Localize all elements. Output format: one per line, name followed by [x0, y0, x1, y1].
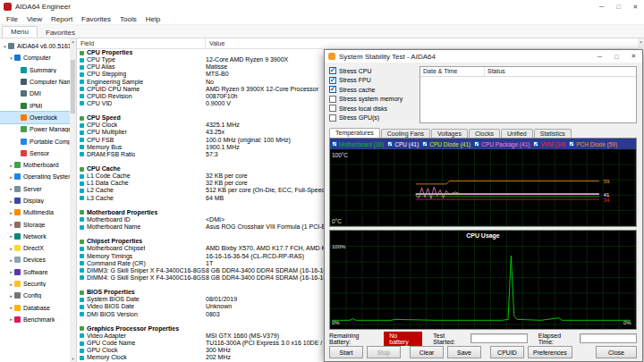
sidebar-item-storage[interactable]: ▸Storage	[0, 218, 76, 230]
scroll-up-icon[interactable]: ▲	[72, 39, 75, 44]
field-icon	[80, 87, 84, 91]
checkbox-checked-icon[interactable]	[422, 141, 428, 147]
legend-item-pch-diode-59[interactable]: PCH Diode (59)	[569, 141, 617, 147]
checkbox-unchecked-icon[interactable]	[329, 96, 336, 103]
button-cpuid[interactable]: CPUID	[490, 346, 524, 358]
tab-menu[interactable]: Menu	[2, 26, 38, 38]
sidebar-item-devices[interactable]: ▸Devices	[0, 254, 76, 265]
checkbox-checked-icon[interactable]	[474, 141, 479, 147]
stress-option-stress-gpu-s[interactable]: Stress GPU(s)	[329, 114, 415, 123]
sidebar-item-server[interactable]: ▸Server	[0, 183, 76, 195]
sidebar-item-computer[interactable]: ▾Computer	[0, 52, 76, 63]
sidebar-item-label: Storage	[23, 222, 46, 228]
checkbox-unchecked-icon[interactable]	[329, 105, 336, 112]
log-column-datetime[interactable]: Date & Time	[420, 67, 485, 76]
minimize-icon[interactable]: ─	[591, 50, 608, 63]
computer-name-icon	[21, 79, 27, 85]
minimize-icon[interactable]: ─	[593, 0, 610, 13]
stress-option-stress-local-disks[interactable]: Stress local disks	[329, 104, 415, 114]
section-icon	[80, 51, 84, 55]
legend-label: Motherboard (38)	[339, 141, 384, 147]
scrollbar-thumb[interactable]	[71, 60, 75, 114]
log-column-status[interactable]: Status	[485, 67, 508, 76]
stt-tab-temperatures[interactable]: Temperatures	[329, 128, 380, 138]
checkbox-checked-icon[interactable]	[332, 141, 337, 147]
stt-tab-cooling-fans[interactable]: Cooling Fans	[381, 129, 430, 138]
scroll-down-icon[interactable]: ▼	[72, 357, 75, 361]
sidebar-item-software[interactable]: ▸Software	[0, 266, 76, 278]
sidebar-item-portable-computer[interactable]: Portable Computer	[0, 135, 76, 147]
sidebar-item-computer-name[interactable]: Computer Name	[0, 76, 76, 88]
scroll-up-icon[interactable]: ▲	[640, 39, 643, 44]
expand-arrow-icon: ▸	[8, 257, 14, 263]
checkbox-checked-icon[interactable]	[329, 86, 336, 93]
legend-item-cpu-diode-41[interactable]: CPU Diode (41)	[422, 141, 470, 147]
sidebar-item-overclock[interactable]: Overclock	[0, 112, 76, 123]
field-text: L2 Cache	[87, 187, 114, 194]
close-icon[interactable]: ✕	[625, 50, 642, 63]
sidebar-item-summary[interactable]: Summary	[0, 64, 76, 76]
sidebar-item-directx[interactable]: ▸DirectX	[0, 242, 76, 254]
section-icon	[80, 167, 84, 172]
sidebar-item-operating-system[interactable]: ▸Operating System	[0, 171, 76, 182]
stt-tab-clocks[interactable]: Clocks	[469, 129, 500, 138]
checkbox-checked-icon[interactable]	[533, 141, 538, 147]
column-header-field[interactable]: Field	[77, 38, 206, 48]
stt-tab-voltages[interactable]: Voltages	[431, 129, 468, 138]
field-icon	[80, 298, 84, 302]
sidebar-item-network[interactable]: ▸Network	[0, 231, 76, 242]
stress-option-stress-cpu[interactable]: Stress CPU	[329, 66, 415, 76]
column-header-value[interactable]: Value	[206, 38, 644, 48]
sidebar-item-motherboard[interactable]: ▸Motherboard	[0, 159, 76, 171]
sidebar-item-label: Overclock	[30, 114, 57, 121]
stt-tab-unified[interactable]: Unified	[501, 129, 533, 138]
stt-tab-statistics[interactable]: Statistics	[534, 129, 572, 138]
sidebar-item-benchmark[interactable]: ▸Benchmark	[0, 314, 76, 325]
checkbox-checked-icon[interactable]	[329, 67, 336, 74]
sidebar-item-sensor[interactable]: Sensor	[0, 147, 76, 159]
sidebar-item-database[interactable]: ▸Database	[0, 302, 76, 314]
sidebar-item-config[interactable]: ▸Config	[0, 290, 76, 301]
sidebar-item-ipmi[interactable]: IPMI	[0, 99, 76, 111]
stress-option-stress-fpu[interactable]: Stress FPU	[329, 76, 415, 86]
button-stop[interactable]: Stop	[367, 346, 401, 358]
expand-arrow-icon: ▸	[8, 222, 14, 227]
maximize-icon[interactable]: □	[608, 50, 625, 63]
button-start[interactable]: Start	[329, 346, 363, 358]
stress-option-stress-system-memory[interactable]: Stress system memory	[329, 95, 415, 105]
sidebar-item-label: Security	[23, 281, 46, 287]
checkbox-checked-icon[interactable]	[569, 141, 574, 147]
menu-item-tools[interactable]: Tools	[115, 15, 141, 23]
stress-option-stress-cache[interactable]: Stress cache	[329, 85, 415, 95]
sidebar-item-security[interactable]: ▸Security	[0, 278, 76, 290]
menu-item-view[interactable]: View	[22, 15, 47, 23]
button-save[interactable]: Save	[447, 346, 481, 358]
tab-favorites[interactable]: Favorites	[38, 28, 83, 38]
field-cell: CPU FSB	[77, 137, 206, 144]
sidebar-item-aida64-v6-00-5161-beta[interactable]: ▾AIDA64 v6.00.5161 Beta	[0, 40, 76, 52]
field-icon	[80, 225, 84, 230]
checkbox-unchecked-icon[interactable]	[329, 114, 336, 122]
sidebar-item-dmi[interactable]: DMI	[0, 88, 76, 99]
menu-item-help[interactable]: Help	[141, 15, 165, 23]
sidebar-item-multimedia[interactable]: ▸Multimedia	[0, 206, 76, 218]
sidebar-item-label: IPMI	[30, 103, 42, 109]
close-icon[interactable]: ✕	[627, 0, 644, 13]
legend-item-vrm-34[interactable]: VRM (34)	[533, 141, 565, 147]
button-preferences[interactable]: Preferences	[528, 346, 572, 358]
menu-item-file[interactable]: File	[2, 15, 22, 23]
legend-item-cpu-package-41[interactable]: CPU Package (41)	[474, 141, 530, 147]
checkbox-checked-icon[interactable]	[387, 141, 393, 147]
legend-item-motherboard-38[interactable]: Motherboard (38)	[332, 141, 384, 147]
button-close[interactable]: Close	[596, 346, 637, 358]
sidebar-item-display[interactable]: ▸Display	[0, 195, 76, 206]
button-clear[interactable]: Clear	[410, 346, 444, 358]
sidebar-scrollbar[interactable]: ▲ ▼	[70, 38, 76, 362]
menu-item-favorites[interactable]: Favorites	[77, 15, 115, 23]
maximize-icon[interactable]: □	[610, 0, 627, 13]
legend-item-cpu-41[interactable]: CPU (41)	[387, 141, 419, 147]
checkbox-checked-icon[interactable]	[329, 77, 336, 84]
sidebar-item-power-management[interactable]: Power Management	[0, 123, 76, 135]
stt-title-bar: System Stability Test - AIDA64 ─ □ ✕	[325, 50, 642, 63]
menu-item-report[interactable]: Report	[47, 15, 77, 23]
